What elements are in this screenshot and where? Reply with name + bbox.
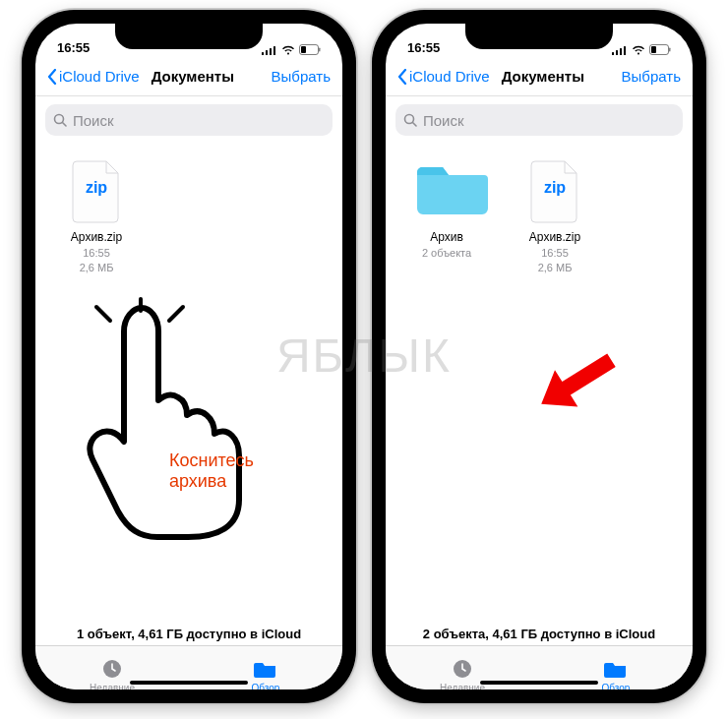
file-meta-size: 2,6 МБ (53, 261, 140, 274)
content-area: zip Архив.zip 16:55 2,6 МБ (35, 142, 342, 619)
wifi-icon (281, 45, 295, 55)
storage-summary: 2 объекта, 4,61 ГБ доступно в iCloud (386, 619, 693, 645)
svg-line-22 (413, 123, 417, 127)
back-label: iCloud Drive (409, 68, 490, 85)
svg-rect-14 (612, 52, 614, 55)
search-input[interactable]: Поиск (395, 104, 683, 136)
svg-rect-0 (262, 52, 264, 55)
notch (465, 24, 613, 49)
search-input[interactable]: Поиск (45, 104, 333, 136)
svg-rect-15 (616, 50, 618, 55)
svg-line-8 (63, 123, 67, 127)
status-right (612, 44, 671, 55)
svg-text:zip: zip (544, 179, 566, 196)
file-meta-size: 2,6 МБ (512, 261, 598, 274)
chevron-left-icon (47, 69, 57, 85)
clock-icon (450, 657, 475, 681)
back-label: iCloud Drive (59, 68, 140, 85)
status-right (262, 44, 321, 55)
home-indicator[interactable] (130, 681, 248, 685)
file-name: Архив.zip (53, 230, 140, 245)
folder-meta: 2 объекта (403, 246, 490, 260)
folder-icon (253, 657, 278, 681)
hand-pointer-icon (87, 297, 254, 547)
svg-line-10 (96, 307, 110, 321)
search-placeholder: Поиск (423, 112, 464, 129)
select-button[interactable]: Выбрать (246, 68, 331, 85)
tab-label: Обзор (252, 683, 280, 689)
svg-line-11 (169, 307, 183, 321)
folder-icon (415, 155, 478, 224)
svg-rect-6 (319, 48, 321, 52)
select-button[interactable]: Выбрать (596, 68, 681, 85)
phone-left: 16:55 iCloud Drive Документы Выбрать Пои… (22, 10, 356, 703)
storage-summary: 1 объект, 4,61 ГБ доступно в iCloud (35, 619, 342, 645)
svg-rect-5 (301, 46, 306, 53)
nav-bar: iCloud Drive Документы Выбрать (386, 57, 693, 96)
hint-text: Коснитесь архива (169, 450, 254, 491)
tab-label: Недавние (90, 683, 135, 689)
signal-icon (612, 45, 628, 55)
zip-file-icon: zip (65, 155, 128, 224)
file-meta-time: 16:55 (53, 246, 140, 260)
svg-rect-1 (266, 50, 268, 55)
page-title: Документы (490, 68, 596, 85)
home-indicator[interactable] (480, 681, 598, 685)
folder-name: Архив (403, 230, 490, 245)
svg-text:zip: zip (86, 179, 107, 196)
nav-bar: iCloud Drive Документы Выбрать (35, 57, 342, 96)
page-title: Документы (140, 68, 246, 85)
file-name: Архив.zip (512, 230, 598, 245)
tab-label: Обзор (602, 683, 631, 689)
battery-icon (299, 44, 321, 55)
content-area: Архив 2 объекта zip Архив.zip 16:55 (386, 142, 693, 619)
status-time: 16:55 (407, 40, 440, 55)
search-icon (403, 113, 417, 127)
red-arrow-icon (531, 353, 620, 416)
battery-icon (649, 44, 671, 55)
search-icon (53, 113, 67, 127)
svg-rect-19 (651, 46, 656, 53)
back-button[interactable]: iCloud Drive (397, 68, 490, 85)
wifi-icon (632, 45, 645, 55)
svg-rect-3 (273, 46, 275, 55)
notch (115, 24, 263, 49)
svg-rect-20 (669, 48, 671, 52)
back-button[interactable]: iCloud Drive (47, 68, 140, 85)
zip-file-icon: zip (523, 155, 586, 224)
phone-right: 16:55 iCloud Drive Документы Выбрать Пои… (372, 10, 706, 703)
chevron-left-icon (397, 69, 407, 85)
file-item[interactable]: zip Архив.zip 16:55 2,6 МБ (53, 155, 140, 275)
clock-icon (99, 657, 125, 681)
file-meta-time: 16:55 (512, 246, 598, 260)
folder-icon (603, 657, 629, 681)
folder-item[interactable]: Архив 2 объекта (403, 155, 490, 275)
search-placeholder: Поиск (73, 112, 114, 129)
svg-rect-17 (624, 46, 626, 55)
status-time: 16:55 (57, 40, 90, 55)
screen: 16:55 iCloud Drive Документы Выбрать Пои… (386, 24, 693, 689)
tab-label: Недавние (440, 683, 485, 689)
signal-icon (262, 45, 277, 55)
svg-rect-2 (270, 48, 272, 55)
svg-rect-16 (620, 48, 622, 55)
screen: 16:55 iCloud Drive Документы Выбрать Пои… (35, 24, 342, 689)
file-item[interactable]: zip Архив.zip 16:55 2,6 МБ (512, 155, 598, 275)
